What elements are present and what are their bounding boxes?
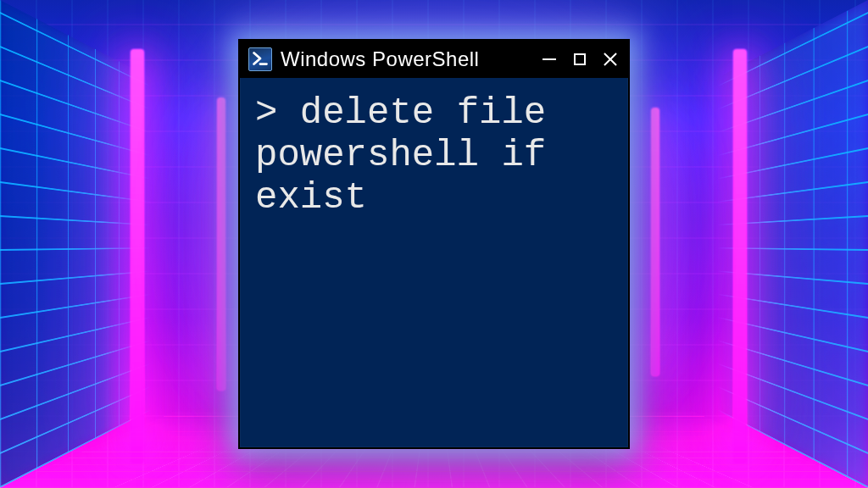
powershell-icon (248, 47, 272, 71)
powershell-window: Windows PowerShell > delete file powersh… (238, 39, 630, 449)
maximize-button[interactable] (570, 50, 589, 69)
prompt-symbol: > (255, 92, 300, 134)
window-title: Windows PowerShell (281, 47, 531, 71)
minimize-button[interactable] (540, 50, 559, 69)
minimize-icon (542, 58, 556, 60)
maximize-icon (574, 53, 586, 65)
titlebar[interactable]: Windows PowerShell (240, 41, 628, 78)
close-button[interactable] (601, 50, 620, 69)
terminal-area[interactable]: > delete file powershell if exist (240, 78, 628, 447)
bg-floor-grid-vertical (0, 444, 868, 488)
window-controls (540, 50, 620, 69)
command-text: delete file powershell if exist (255, 92, 569, 219)
close-icon (604, 53, 617, 66)
